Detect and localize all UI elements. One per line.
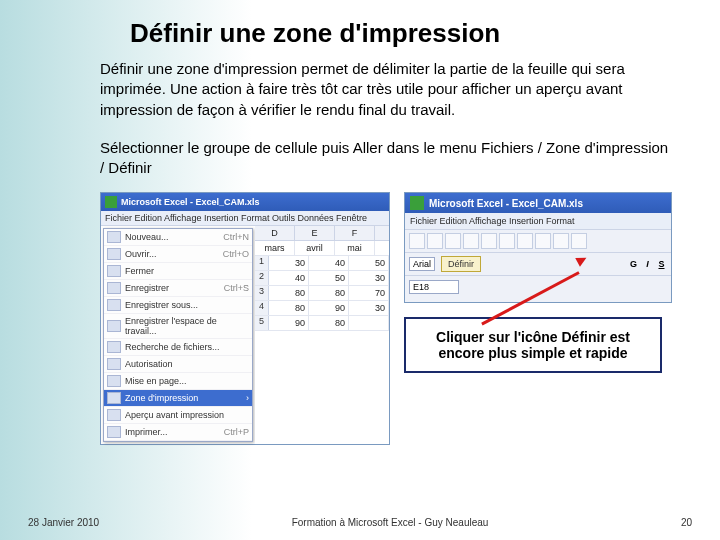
format-toolbar[interactable]: Arial Définir G I S xyxy=(405,253,671,276)
menu-item[interactable]: EnregistrerCtrl+S xyxy=(104,280,252,297)
menu-item-label: Ouvrir... xyxy=(125,249,219,259)
menu-item[interactable]: Imprimer...Ctrl+P xyxy=(104,424,252,441)
menu-item[interactable]: Mise en page... xyxy=(104,373,252,390)
toolbar-icon[interactable] xyxy=(499,233,515,249)
cell[interactable]: 50 xyxy=(349,256,389,270)
menu-item-icon xyxy=(107,320,121,332)
menu-item-shortcut: › xyxy=(246,393,249,403)
cell[interactable]: 80 xyxy=(269,301,309,315)
bold-icon[interactable]: G xyxy=(628,259,639,269)
namebox-row: E18 xyxy=(405,276,671,302)
footer: 28 Janvier 2010 Formation à Microsoft Ex… xyxy=(0,517,720,528)
menubar[interactable]: Fichier Edition Affichage Insertion Form… xyxy=(405,213,671,230)
table-row: 59080 xyxy=(255,316,389,331)
cell[interactable]: mai xyxy=(335,241,375,255)
paragraph-1: Définir une zone d'impression permet de … xyxy=(0,49,720,120)
screenshots-row: Microsoft Excel - Excel_CAM.xls Fichier … xyxy=(0,178,720,445)
cell[interactable]: mars xyxy=(255,241,295,255)
window-titlebar: Microsoft Excel - Excel_CAM.xls xyxy=(405,193,671,213)
menu-item-label: Enregistrer sous... xyxy=(125,300,245,310)
standard-toolbar[interactable] xyxy=(405,230,671,253)
cell[interactable]: 30 xyxy=(349,271,389,285)
cell[interactable]: 40 xyxy=(309,256,349,270)
menu-item[interactable]: Fermer xyxy=(104,263,252,280)
menu-item-icon xyxy=(107,282,121,294)
menu-item-label: Zone d'impression xyxy=(125,393,242,403)
table-row: 1304050 xyxy=(255,256,389,271)
cell[interactable]: 90 xyxy=(309,301,349,315)
table-row: 2405030 xyxy=(255,271,389,286)
column-header[interactable]: F xyxy=(335,226,375,240)
spreadsheet-grid: DEF marsavrilmai 13040502405030380807048… xyxy=(255,226,389,444)
menu-item-icon xyxy=(107,248,121,260)
cell[interactable] xyxy=(349,316,389,330)
toolbar-icon[interactable] xyxy=(571,233,587,249)
menu-item[interactable]: Ouvrir...Ctrl+O xyxy=(104,246,252,263)
menu-item-icon xyxy=(107,341,121,353)
footer-page: 20 xyxy=(681,517,692,528)
row-header[interactable]: 2 xyxy=(255,271,269,285)
menu-item-label: Fermer xyxy=(125,266,245,276)
menu-item-shortcut: Ctrl+N xyxy=(223,232,249,242)
menu-item[interactable]: Zone d'impression› xyxy=(104,390,252,407)
definir-button[interactable]: Définir xyxy=(441,256,481,272)
cell[interactable]: avril xyxy=(295,241,335,255)
row-header[interactable]: 3 xyxy=(255,286,269,300)
window-title: Microsoft Excel - Excel_CAM.xls xyxy=(121,197,260,207)
callout-box: Cliquer sur l'icône Définir est encore p… xyxy=(404,317,662,373)
underline-icon[interactable]: S xyxy=(656,259,667,269)
menubar[interactable]: Fichier Edition Affichage Insertion Form… xyxy=(101,211,389,226)
menu-item-icon xyxy=(107,358,121,370)
row-header[interactable]: 1 xyxy=(255,256,269,270)
excel-icon xyxy=(105,196,117,208)
menu-item[interactable]: Nouveau...Ctrl+N xyxy=(104,229,252,246)
cell[interactable]: 80 xyxy=(269,286,309,300)
menu-item-label: Imprimer... xyxy=(125,427,220,437)
toolbar-icon[interactable] xyxy=(535,233,551,249)
menu-item[interactable]: Aperçu avant impression xyxy=(104,407,252,424)
name-box[interactable]: E18 xyxy=(409,280,459,294)
cell[interactable]: 50 xyxy=(309,271,349,285)
cell[interactable]: 30 xyxy=(349,301,389,315)
menu-item-label: Mise en page... xyxy=(125,376,245,386)
menu-item-shortcut: Ctrl+O xyxy=(223,249,249,259)
toolbar-icon[interactable] xyxy=(517,233,533,249)
cell[interactable]: 70 xyxy=(349,286,389,300)
menu-item-label: Autorisation xyxy=(125,359,245,369)
toolbar-icon[interactable] xyxy=(427,233,443,249)
column-header[interactable]: D xyxy=(255,226,295,240)
menu-item-icon xyxy=(107,426,121,438)
menu-item-label: Enregistrer l'espace de travail... xyxy=(125,316,245,336)
window-title: Microsoft Excel - Excel_CAM.xls xyxy=(429,198,583,209)
toolbar-icon[interactable] xyxy=(445,233,461,249)
italic-icon[interactable]: I xyxy=(642,259,653,269)
cell[interactable]: 80 xyxy=(309,316,349,330)
toolbar-icon[interactable] xyxy=(409,233,425,249)
format-buttons[interactable]: G I S xyxy=(628,259,667,269)
row-header[interactable]: 5 xyxy=(255,316,269,330)
menu-item-shortcut: Ctrl+S xyxy=(224,283,249,293)
toolbar-icon[interactable] xyxy=(481,233,497,249)
menu-item[interactable]: Enregistrer l'espace de travail... xyxy=(104,314,252,339)
column-header[interactable]: E xyxy=(295,226,335,240)
menu-item-icon xyxy=(107,231,121,243)
toolbar-icon[interactable] xyxy=(463,233,479,249)
menu-item-icon xyxy=(107,409,121,421)
cell[interactable]: 90 xyxy=(269,316,309,330)
slide-title: Définir une zone d'impression xyxy=(0,0,720,49)
excel-icon xyxy=(410,196,424,210)
menu-item[interactable]: Recherche de fichiers... xyxy=(104,339,252,356)
footer-date: 28 Janvier 2010 xyxy=(28,517,99,528)
cell[interactable]: 40 xyxy=(269,271,309,285)
menu-item[interactable]: Enregistrer sous... xyxy=(104,297,252,314)
paragraph-2: Sélectionner le groupe de cellule puis A… xyxy=(0,120,720,179)
menu-item-icon xyxy=(107,265,121,277)
row-header[interactable]: 4 xyxy=(255,301,269,315)
menu-item[interactable]: Autorisation xyxy=(104,356,252,373)
cell[interactable]: 30 xyxy=(269,256,309,270)
toolbar-icon[interactable] xyxy=(553,233,569,249)
font-dropdown[interactable]: Arial xyxy=(409,257,435,271)
table-row: 4809030 xyxy=(255,301,389,316)
cell[interactable]: 80 xyxy=(309,286,349,300)
footer-center: Formation à Microsoft Excel - Guy Neaule… xyxy=(99,517,681,528)
